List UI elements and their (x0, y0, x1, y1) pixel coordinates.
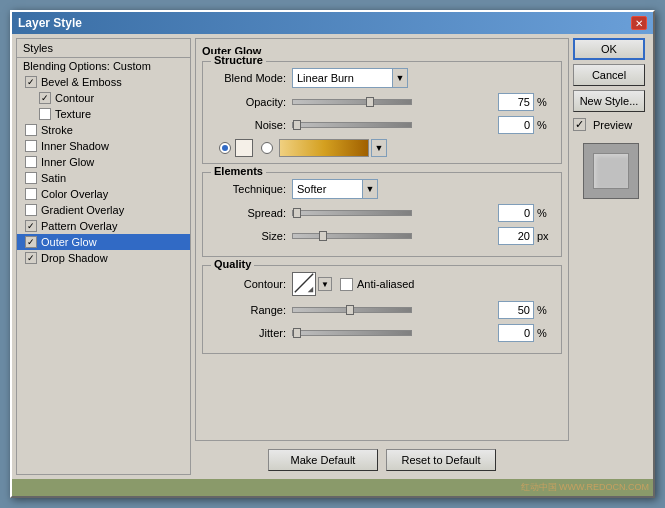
spread-slider-thumb[interactable] (293, 208, 301, 218)
size-slider-thumb[interactable] (319, 231, 327, 241)
opacity-input[interactable] (498, 93, 534, 111)
sidebar-item-gradient-overlay[interactable]: Gradient Overlay (17, 202, 190, 218)
noise-slider-thumb[interactable] (293, 120, 301, 130)
gradient-arrow[interactable]: ▼ (371, 139, 387, 157)
noise-unit: % (537, 119, 553, 131)
reset-default-button[interactable]: Reset to Default (386, 449, 496, 471)
sidebar-item-satin[interactable]: Satin (17, 170, 190, 186)
bevel-emboss-checkbox[interactable] (25, 76, 37, 88)
spread-input[interactable] (498, 204, 534, 222)
spread-label: Spread: (211, 207, 286, 219)
drop-shadow-checkbox[interactable] (25, 252, 37, 264)
opacity-unit: % (537, 96, 553, 108)
jitter-slider-container (292, 330, 495, 336)
jitter-slider-track[interactable] (292, 330, 412, 336)
sidebar-item-bevel-emboss[interactable]: Bevel & Emboss (17, 74, 190, 90)
quality-group-label: Quality (211, 258, 254, 270)
spread-unit: % (537, 207, 553, 219)
bevel-emboss-label: Bevel & Emboss (41, 76, 122, 88)
blend-mode-dropdown[interactable]: Linear Burn (292, 68, 392, 88)
sidebar-item-pattern-overlay[interactable]: Pattern Overlay (17, 218, 190, 234)
blend-mode-row: Blend Mode: Linear Burn ▼ (211, 68, 553, 88)
jitter-input[interactable] (498, 324, 534, 342)
outer-glow-checkbox[interactable] (25, 236, 37, 248)
title-bar: Layer Style ✕ (12, 12, 653, 34)
noise-slider-container (292, 122, 495, 128)
range-slider-track[interactable] (292, 307, 412, 313)
technique-dropdown[interactable]: Softer (292, 179, 362, 199)
main-panel: Outer Glow Structure Blend Mode: Linear … (195, 38, 569, 475)
size-input[interactable] (498, 227, 534, 245)
sidebar-item-texture[interactable]: Texture (17, 106, 190, 122)
preview-label: Preview (593, 119, 632, 131)
sidebar-item-drop-shadow[interactable]: Drop Shadow (17, 250, 190, 266)
noise-label: Noise: (211, 119, 286, 131)
texture-checkbox[interactable] (39, 108, 51, 120)
range-row: Range: % (211, 301, 553, 319)
inner-glow-checkbox[interactable] (25, 156, 37, 168)
elements-group: Elements Technique: Softer ▼ Spread: (202, 172, 562, 257)
close-button[interactable]: ✕ (631, 16, 647, 30)
stroke-label: Stroke (41, 124, 73, 136)
inner-shadow-checkbox[interactable] (25, 140, 37, 152)
content-area: Outer Glow Structure Blend Mode: Linear … (195, 38, 569, 441)
make-default-button[interactable]: Make Default (268, 449, 378, 471)
range-input[interactable] (498, 301, 534, 319)
solid-color-radio[interactable] (219, 142, 231, 154)
gradient-radio[interactable] (261, 142, 273, 154)
stroke-checkbox[interactable] (25, 124, 37, 136)
sidebar-item-stroke[interactable]: Stroke (17, 122, 190, 138)
jitter-slider-thumb[interactable] (293, 328, 301, 338)
blend-mode-value: Linear Burn (297, 72, 354, 84)
dialog-title: Layer Style (18, 16, 82, 30)
outer-glow-label: Outer Glow (41, 236, 97, 248)
sidebar-item-outer-glow[interactable]: Outer Glow (17, 234, 190, 250)
anti-aliased-row: Anti-aliased (340, 278, 414, 291)
contour-checkbox[interactable] (39, 92, 51, 104)
range-slider-thumb[interactable] (346, 305, 354, 315)
preview-box (583, 143, 639, 199)
cancel-button[interactable]: Cancel (573, 64, 645, 86)
preview-checkbox[interactable]: ✓ (573, 118, 586, 131)
gradient-overlay-checkbox[interactable] (25, 204, 37, 216)
jitter-row: Jitter: % (211, 324, 553, 342)
color-swatch-white[interactable] (235, 139, 253, 157)
sidebar-item-inner-glow[interactable]: Inner Glow (17, 154, 190, 170)
satin-checkbox[interactable] (25, 172, 37, 184)
opacity-slider-container (292, 99, 495, 105)
sidebar-item-color-overlay[interactable]: Color Overlay (17, 186, 190, 202)
noise-row: Noise: % (211, 116, 553, 134)
preview-inner (593, 153, 629, 189)
structure-group: Structure Blend Mode: Linear Burn ▼ Opac… (202, 61, 562, 164)
anti-aliased-checkbox[interactable] (340, 278, 353, 291)
blending-options-item[interactable]: Blending Options: Custom (17, 58, 190, 74)
color-overlay-checkbox[interactable] (25, 188, 37, 200)
ok-button[interactable]: OK (573, 38, 645, 60)
size-slider-track[interactable] (292, 233, 412, 239)
opacity-label: Opacity: (211, 96, 286, 108)
gradient-overlay-label: Gradient Overlay (41, 204, 124, 216)
noise-slider-track[interactable] (292, 122, 412, 128)
blend-mode-arrow[interactable]: ▼ (392, 68, 408, 88)
noise-input[interactable] (498, 116, 534, 134)
size-unit: px (537, 230, 553, 242)
sidebar-item-inner-shadow[interactable]: Inner Shadow (17, 138, 190, 154)
gradient-preview[interactable] (279, 139, 369, 157)
color-row: ▼ (219, 139, 553, 157)
new-style-button[interactable]: New Style... (573, 90, 645, 112)
opacity-slider-track[interactable] (292, 99, 412, 105)
watermark: 红动中国 WWW.REDOCN.COM (12, 479, 653, 496)
technique-arrow[interactable]: ▼ (362, 179, 378, 199)
technique-value: Softer (297, 183, 326, 195)
spread-row: Spread: % (211, 204, 553, 222)
contour-preview[interactable] (292, 272, 316, 296)
quality-group: Quality Contour: ▼ An (202, 265, 562, 354)
range-slider-container (292, 307, 495, 313)
technique-row: Technique: Softer ▼ (211, 179, 553, 199)
contour-arrow[interactable]: ▼ (318, 277, 332, 291)
opacity-slider-thumb[interactable] (366, 97, 374, 107)
sidebar-item-contour[interactable]: Contour (17, 90, 190, 106)
spread-slider-track[interactable] (292, 210, 412, 216)
texture-label: Texture (55, 108, 91, 120)
pattern-overlay-checkbox[interactable] (25, 220, 37, 232)
